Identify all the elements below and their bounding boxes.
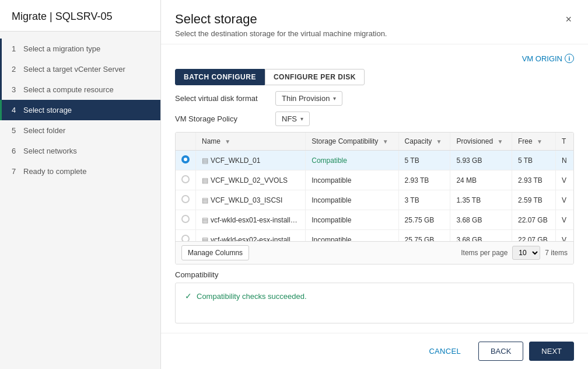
storage-provisioned: 5.93 GB [450, 151, 512, 170]
step-label: Select networks [23, 147, 77, 155]
radio-cell[interactable] [176, 230, 196, 242]
col-provisioned: Provisioned ▼ [450, 133, 512, 151]
step-num: 3 [12, 85, 19, 94]
disk-format-label: Select virtual disk format [175, 94, 268, 103]
storage-type: V [555, 210, 573, 230]
col-type: T [555, 133, 573, 151]
sidebar-step-2[interactable]: 2Select a target vCenter Server [0, 59, 160, 79]
storage-type: V [555, 190, 573, 210]
table-row[interactable]: ▤VCF_WKLD_03_ISCSI Incompatible 3 TB 1.3… [176, 190, 573, 210]
step-label: Select a migration type [23, 44, 100, 53]
radio-cell[interactable] [176, 210, 196, 230]
step-num: 4 [12, 106, 19, 114]
sidebar-step-1[interactable]: 1Select a migration type [0, 39, 160, 59]
storage-compat: Incompatible [306, 230, 398, 242]
col-free: Free ▼ [512, 133, 555, 151]
close-button[interactable]: × [563, 12, 574, 27]
storage-policy-dropdown[interactable]: NFS ▾ [275, 112, 310, 126]
storage-provisioned: 3.68 GB [450, 210, 512, 230]
info-icon[interactable]: i [565, 54, 574, 63]
vm-origin-row: VM ORIGIN i [175, 54, 574, 63]
radio-button[interactable] [181, 155, 190, 163]
items-per-page-label: Items per page [461, 249, 508, 257]
step-label: Ready to complete [23, 167, 86, 176]
storage-name: ▤VCF_WKLD_02_VVOLS [196, 170, 306, 190]
sort-icon-compat: ▼ [383, 138, 388, 145]
storage-type: V [555, 170, 573, 190]
storage-free: 2.93 TB [512, 170, 555, 190]
storage-free: 5 TB [512, 151, 555, 170]
manage-columns-button[interactable]: Manage Columns [181, 245, 249, 260]
radio-button[interactable] [181, 175, 190, 183]
storage-free: 22.07 GB [512, 210, 555, 230]
sidebar-step-4: 4Select storage [0, 100, 160, 120]
table-row[interactable]: ▤VCF_WKLD_02_VVOLS Incompatible 2.93 TB … [176, 170, 573, 190]
storage-capacity: 25.75 GB [398, 210, 450, 230]
table-row[interactable]: ▤vcf-wkld-esx01-esx-install-datastore In… [176, 210, 573, 230]
table-footer: Manage Columns Items per page 10 25 50 7… [176, 241, 573, 264]
compatibility-section: Compatibility ✓ Compatibility checks suc… [175, 270, 574, 323]
compatibility-box: ✓ Compatibility checks succeeded. [175, 283, 574, 323]
dialog-subtitle: Select the destination storage for the v… [175, 29, 387, 38]
sidebar-step-7[interactable]: 7Ready to complete [0, 161, 160, 182]
storage-capacity: 2.93 TB [398, 170, 450, 190]
storage-type: N [555, 151, 573, 170]
sidebar-title: Migrate | SQLSRV-05 [0, 0, 160, 32]
storage-policy-label: VM Storage Policy [175, 114, 268, 123]
storage-capacity: 25.75 GB [398, 230, 450, 242]
step-label: Select folder [23, 126, 65, 135]
storage-table-container: Name ▼ Storage Compatibility ▼ Capacity … [175, 132, 574, 264]
radio-button[interactable] [181, 215, 190, 223]
back-button[interactable]: BACK [478, 342, 523, 361]
step-num: 2 [12, 65, 19, 74]
compatibility-success: ✓ Compatibility checks succeeded. [185, 291, 564, 301]
storage-table-scroll[interactable]: Name ▼ Storage Compatibility ▼ Capacity … [176, 133, 573, 241]
compatibility-label: Compatibility [175, 270, 574, 279]
storage-provisioned: 24 MB [450, 170, 512, 190]
storage-compat: Incompatible [306, 210, 398, 230]
radio-button[interactable] [181, 195, 190, 203]
storage-compat: Compatible [306, 151, 398, 170]
next-button[interactable]: NEXT [529, 342, 574, 361]
compatibility-message: Compatibility checks succeeded. [197, 292, 307, 301]
per-page-select[interactable]: 10 25 50 [512, 246, 540, 260]
disk-format-value: Thin Provision [282, 94, 330, 103]
radio-cell[interactable] [176, 190, 196, 210]
col-storage-compat: Storage Compatibility ▼ [306, 133, 398, 151]
table-row[interactable]: ▤VCF_WKLD_01 Compatible 5 TB 5.93 GB 5 T… [176, 151, 573, 170]
sidebar-step-5[interactable]: 5Select folder [0, 120, 160, 141]
disk-format-row: Select virtual disk format Thin Provisio… [175, 91, 574, 106]
chevron-down-icon: ▾ [300, 116, 303, 122]
datastore-icon: ▤ [202, 196, 208, 204]
col-capacity: Capacity ▼ [398, 133, 450, 151]
storage-free: 2.59 TB [512, 190, 555, 210]
radio-button[interactable] [181, 235, 190, 241]
sort-icon-name: ▼ [225, 138, 230, 145]
sidebar-step-3[interactable]: 3Select a compute resource [0, 79, 160, 100]
pagination: Items per page 10 25 50 7 items [461, 246, 568, 260]
step-num: 7 [12, 167, 19, 176]
storage-free: 22.07 GB [512, 230, 555, 242]
step-label: Select a target vCenter Server [23, 65, 125, 74]
cancel-button[interactable]: CANCEL [417, 342, 473, 360]
disk-format-dropdown[interactable]: Thin Provision ▾ [275, 91, 342, 106]
radio-cell[interactable] [176, 151, 196, 170]
radio-cell[interactable] [176, 170, 196, 190]
step-label: Select a compute resource [23, 85, 114, 94]
storage-provisioned: 1.35 TB [450, 190, 512, 210]
storage-policy-row: VM Storage Policy NFS ▾ [175, 112, 574, 126]
total-items: 7 items [545, 249, 568, 257]
sidebar-steps: 1Select a migration type2Select a target… [0, 32, 160, 369]
storage-compat: Incompatible [306, 170, 398, 190]
storage-name: ▤VCF_WKLD_03_ISCSI [196, 190, 306, 210]
dialog-footer: CANCEL BACK NEXT [161, 333, 588, 369]
tab-batch-configure[interactable]: BATCH CONFIGURE [175, 69, 265, 85]
datastore-icon: ▤ [202, 216, 208, 224]
table-row[interactable]: ▤vcf-wkld-esx02-esx-install-datastore In… [176, 230, 573, 242]
sidebar-step-6[interactable]: 6Select networks [0, 141, 160, 161]
storage-compat: Incompatible [306, 190, 398, 210]
tab-configure-per-disk[interactable]: CONFIGURE PER DISK [265, 69, 365, 85]
vm-origin-link[interactable]: VM ORIGIN [522, 54, 562, 63]
dialog-title: Select storage [175, 12, 387, 27]
storage-type: V [555, 230, 573, 242]
